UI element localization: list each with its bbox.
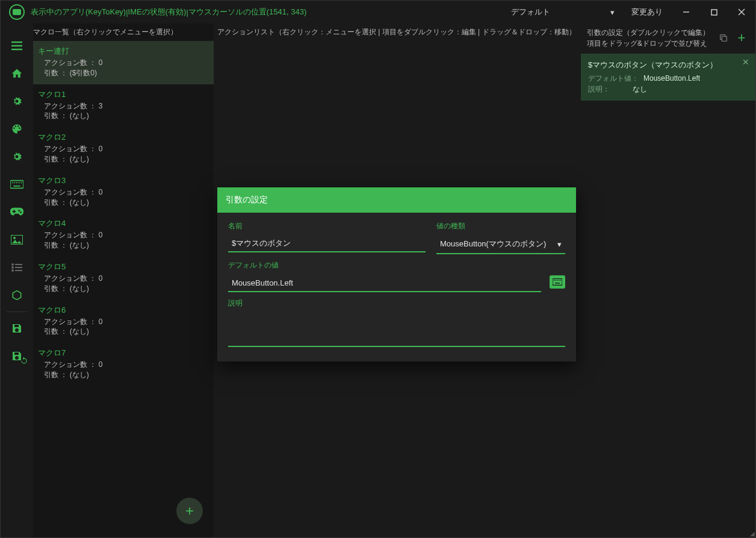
arg-settings-dialog: 引数の設定 名前 値の種類 MouseButton(マウスのボタン) ▾ デフォ…: [217, 187, 576, 361]
type-select-value: MouseButton(マウスのボタン): [440, 239, 546, 249]
svg-rect-12: [20, 182, 22, 183]
macro-item-4[interactable]: マクロ4 アクション数 ： 0 引数 ： (なし): [33, 213, 214, 257]
close-icon[interactable]: ✕: [742, 57, 749, 67]
gear2-icon[interactable]: [1, 143, 33, 170]
arg-default-label: デフォルト値：: [588, 73, 639, 84]
macro-item-0[interactable]: キー連打 アクション数 ： 0 引数 ： ($引数0): [33, 41, 214, 84]
palette-icon[interactable]: [1, 115, 33, 143]
keyboard-picker-button[interactable]: [550, 275, 565, 289]
svg-rect-24: [554, 280, 554, 281]
desc-input[interactable]: [228, 313, 565, 347]
maximize-button[interactable]: [700, 1, 728, 23]
args-header-line2: 項目をドラッグ&ドロップで並び替え: [587, 38, 714, 49]
svg-rect-8: [12, 182, 13, 183]
macro-title: マクロ3: [38, 175, 208, 186]
type-label: 値の種類: [436, 221, 565, 231]
macro-title: マクロ6: [38, 305, 208, 316]
box-icon[interactable]: [1, 281, 33, 309]
macro-item-2[interactable]: マクロ2 アクション数 ： 0 引数 ： (なし): [33, 127, 214, 170]
macro-actions: アクション数 ： 0: [38, 58, 208, 68]
macro-actions: アクション数 ： 0: [38, 317, 208, 327]
macro-title: マクロ1: [38, 89, 208, 100]
save-reload-icon[interactable]: [1, 342, 33, 370]
chevron-down-icon: ▾: [610, 8, 615, 17]
svg-rect-29: [555, 283, 560, 283]
arg-card-title: $マウスのボタン（マウスのボタン）: [588, 60, 748, 70]
profile-dropdown-label: デフォルト: [511, 7, 550, 17]
titlebar-app: 表示中のアプリ(KeyToKey): [31, 7, 126, 17]
gamepad-icon[interactable]: [1, 198, 33, 226]
macro-args: 引数 ： (なし): [38, 284, 208, 294]
svg-rect-22: [722, 36, 727, 41]
chevron-down-icon: ▾: [557, 240, 562, 249]
svg-rect-11: [19, 182, 20, 183]
macro-args: 引数 ： (なし): [38, 111, 208, 121]
macro-args: 引数 ： (なし): [38, 327, 208, 337]
macro-item-3[interactable]: マクロ3 アクション数 ： 0 引数 ： (なし): [33, 170, 214, 214]
svg-rect-25: [556, 280, 556, 281]
svg-rect-27: [559, 280, 559, 281]
macro-actions: アクション数 ： 0: [38, 144, 208, 154]
args-panel-header: 引数の設定（ダブルクリックで編集） 項目をドラッグ&ドロップで並び替え +: [581, 23, 755, 52]
default-input[interactable]: [228, 276, 541, 292]
plus-icon: +: [185, 502, 194, 519]
svg-rect-9: [14, 182, 15, 183]
titlebar-cursor: マウスカーソルの位置(1541, 343): [188, 7, 307, 17]
sidebar: [1, 23, 33, 537]
type-select[interactable]: MouseButton(マウスのボタン) ▾: [436, 236, 565, 254]
macro-actions: アクション数 ： 0: [38, 274, 208, 284]
svg-rect-13: [14, 186, 20, 187]
macro-actions: アクション数 ： 3: [38, 101, 208, 111]
close-button[interactable]: [728, 1, 755, 23]
desc-label: 説明: [228, 298, 565, 308]
home-icon[interactable]: [1, 60, 33, 87]
macro-item-7[interactable]: マクロ7 アクション数 ： 0 引数 ： (なし): [33, 343, 214, 386]
macro-args: 引数 ： (なし): [38, 154, 208, 164]
change-status: 変更あり: [622, 7, 672, 17]
profile-dropdown[interactable]: デフォルト ▾: [504, 7, 622, 17]
action-list-header: アクションリスト（右クリック：メニューを選択 | 項目をダブルクリック：編集 |…: [214, 23, 581, 41]
macro-title: キー連打: [38, 46, 208, 57]
name-input[interactable]: [228, 236, 426, 252]
image-icon[interactable]: [1, 226, 33, 254]
arg-desc-value: なし: [615, 84, 647, 95]
svg-point-20: [12, 270, 13, 271]
svg-point-18: [12, 267, 13, 268]
keyboard-icon[interactable]: [1, 170, 33, 198]
macro-item-1[interactable]: マクロ1 アクション数 ： 3 引数 ： (なし): [33, 84, 214, 128]
svg-rect-1: [711, 10, 717, 15]
list-icon[interactable]: [1, 254, 33, 281]
macro-list-panel: マクロ一覧（右クリックでメニューを選択） キー連打 アクション数 ： 0 引数 …: [33, 23, 214, 537]
minimize-button[interactable]: [672, 1, 700, 23]
macro-args: 引数 ： (なし): [38, 198, 208, 208]
app-logo-icon: [9, 4, 25, 20]
resize-grip[interactable]: ◢: [750, 530, 755, 537]
save-icon[interactable]: [1, 314, 33, 342]
arg-default-value: MouseButton.Left: [643, 73, 700, 84]
macro-actions: アクション数 ： 0: [38, 230, 208, 240]
arg-card[interactable]: ✕ $マウスのボタン（マウスのボタン） デフォルト値： MouseButton.…: [581, 54, 755, 101]
macro-list-header: マクロ一覧（右クリックでメニューを選択）: [33, 23, 214, 41]
add-arg-button[interactable]: +: [733, 27, 751, 49]
svg-rect-23: [553, 279, 562, 286]
macro-item-6[interactable]: マクロ6 アクション数 ： 0 引数 ： (なし): [33, 300, 214, 343]
macro-item-5[interactable]: マクロ5 アクション数 ： 0 引数 ： (なし): [33, 257, 214, 300]
gear-icon[interactable]: [1, 87, 33, 115]
svg-rect-26: [557, 280, 557, 281]
args-header-line1: 引数の設定（ダブルクリックで編集）: [587, 27, 714, 38]
svg-point-15: [13, 237, 16, 239]
titlebar-ime: IMEの状態(有効): [128, 7, 187, 17]
dialog-title: 引数の設定: [217, 187, 576, 213]
macro-title: マクロ7: [38, 348, 208, 358]
svg-rect-10: [16, 182, 17, 183]
arg-desc-label: 説明：: [588, 84, 610, 95]
args-panel: 引数の設定（ダブルクリックで編集） 項目をドラッグ&ドロップで並び替え + ✕ …: [581, 23, 755, 537]
copy-button[interactable]: [714, 27, 733, 49]
macro-actions: アクション数 ： 0: [38, 187, 208, 198]
macro-title: マクロ5: [38, 261, 208, 272]
add-macro-button[interactable]: +: [176, 498, 203, 524]
macro-args: 引数 ： (なし): [38, 240, 208, 251]
menu-icon[interactable]: [1, 32, 33, 60]
svg-rect-7: [10, 181, 23, 189]
name-label: 名前: [228, 221, 426, 231]
